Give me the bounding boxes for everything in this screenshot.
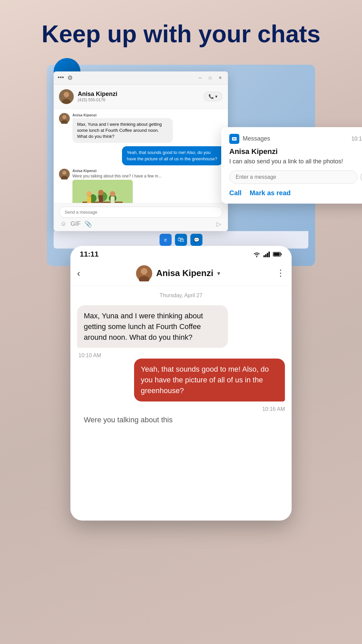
call-action[interactable]: Call	[229, 189, 242, 197]
avatar	[59, 89, 74, 104]
wifi-icon	[253, 251, 261, 257]
message-bubble-sent: Yeah, that sounds good to me! Also, do y…	[122, 146, 223, 165]
svg-point-25	[234, 138, 235, 139]
notification-input-row: ▷	[229, 170, 362, 184]
contact-dropdown-icon[interactable]: ▾	[217, 270, 220, 277]
svg-rect-28	[265, 254, 266, 257]
partial-message: Were you talking about this	[77, 412, 285, 424]
svg-point-26	[235, 138, 236, 139]
svg-rect-19	[99, 195, 103, 202]
svg-rect-29	[267, 253, 268, 257]
avatar-sm	[59, 113, 70, 124]
send-icon[interactable]: ▷	[217, 220, 221, 228]
phone-message-time-sent: 10:16 AM	[77, 406, 285, 412]
phone-nav-bar: ‹ Anisa Kipenzi ▾ ⋮	[70, 261, 292, 286]
notification-app-info: Messages	[229, 134, 270, 144]
message-sender: Anisa Kipenzi	[72, 169, 162, 173]
status-icons	[253, 251, 282, 257]
minimize-button[interactable]: ─	[196, 74, 204, 82]
message-sender: Anisa Kipenzi	[72, 113, 173, 117]
taskbar-edge-icon[interactable]: e	[160, 234, 172, 246]
message-content: Anisa Kipenzi Max, Yuna and I were think…	[72, 113, 173, 143]
phone-contact-info: Anisa Kipenzi ▾	[136, 265, 220, 281]
battery-icon	[273, 252, 282, 257]
ellipsis-icon: •••	[58, 74, 64, 82]
svg-rect-33	[281, 253, 282, 255]
phone-bubble-received: Max, Yuna and I were thinking about gett…	[77, 305, 228, 348]
phone-contact-name: Anisa Kipenzi	[156, 268, 213, 278]
svg-point-18	[98, 190, 104, 195]
list-item: Yeah, that sounds good to me! Also, do y…	[77, 359, 285, 412]
chat-input-area: ☺ GIF 📎 ▷	[54, 203, 228, 231]
attachment-icon[interactable]: 📎	[84, 220, 92, 228]
svg-rect-27	[263, 255, 265, 257]
contact-details: Anisa Kipenzi (415) 555-0176	[78, 91, 117, 102]
page-title: Keep up with your chats	[0, 0, 362, 58]
svg-rect-21	[111, 197, 115, 203]
svg-point-20	[110, 191, 115, 197]
chat-area: Anisa Kipenzi Max, Yuna and I were think…	[54, 109, 228, 203]
back-button[interactable]: ‹	[77, 268, 80, 279]
contact-header: Anisa Kipenzi (415) 555-0176 📞 ▾	[54, 85, 228, 109]
svg-rect-30	[268, 252, 270, 257]
desktop-messages-window: ••• ⚙ ─ □ ✕	[54, 71, 228, 231]
status-time: 11:11	[80, 250, 99, 259]
mark-as-read-action[interactable]: Mark as read	[250, 189, 291, 197]
message-preview-text: Were you talking about this one? I have …	[72, 174, 162, 178]
input-toolbar: ☺ GIF 📎 ▷	[59, 220, 223, 228]
close-button[interactable]: ✕	[217, 74, 224, 82]
table-row: Yeah, that sounds good to me! Also, do y…	[59, 146, 223, 165]
notification-sender: Anisa Kipenzi	[229, 147, 362, 156]
svg-rect-32	[274, 253, 280, 256]
svg-point-4	[62, 115, 66, 119]
contact-name: Anisa Kipenzi	[78, 91, 117, 98]
call-dropdown-arrow: ▾	[215, 94, 218, 99]
notification-send-button[interactable]: ▷	[361, 170, 362, 184]
window-titlebar: ••• ⚙ ─ □ ✕	[54, 71, 228, 85]
svg-point-7	[62, 171, 66, 175]
date-divider: Thursday, April 27	[77, 292, 285, 299]
signal-icon	[263, 251, 270, 257]
phone-message-time-received: 10:10 AM	[78, 353, 285, 359]
message-content-image: Anisa Kipenzi Were you talking about thi…	[72, 169, 162, 203]
phone-chat-area: Thursday, April 27 Max, Yuna and I were …	[70, 286, 292, 521]
notification-message: I can also send you a link to all the ph…	[229, 158, 362, 165]
more-options-button[interactable]: ⋮	[276, 268, 285, 278]
notification-reply-input[interactable]	[229, 170, 357, 184]
phone-mockup: 11:11	[70, 246, 292, 521]
phone-avatar	[136, 265, 152, 281]
table-row: Anisa Kipenzi Max, Yuna and I were think…	[59, 113, 223, 143]
phone-area: 11:11	[0, 246, 362, 534]
messages-app-icon	[229, 134, 239, 144]
background: Keep up with your chats ••• ⚙ ─ □ ✕	[0, 0, 362, 644]
gear-icon[interactable]: ⚙	[67, 74, 73, 82]
list-item: Max, Yuna and I were thinking about gett…	[77, 305, 285, 359]
call-button[interactable]: 📞 ▾	[203, 92, 223, 101]
table-row: Anisa Kipenzi Were you talking about thi…	[59, 169, 223, 203]
notification-time: 10:18 AM	[351, 136, 362, 142]
svg-point-24	[233, 138, 234, 139]
input-icons: ☺ GIF 📎	[60, 220, 92, 228]
taskbar-messages-icon[interactable]: 💬	[190, 234, 202, 246]
svg-rect-17	[87, 197, 91, 203]
maximize-button[interactable]: □	[206, 74, 214, 82]
contact-info: Anisa Kipenzi (415) 555-0176	[59, 89, 117, 104]
notification-header: Messages 10:18 AM	[229, 134, 362, 144]
notification-app-name: Messages	[243, 135, 270, 142]
notification-actions: Call Mark as read	[229, 189, 362, 197]
message-input[interactable]	[59, 207, 223, 218]
taskbar-store-icon[interactable]: 🛍	[175, 234, 187, 246]
monitor-background: ••• ⚙ ─ □ ✕	[47, 65, 315, 266]
message-bubble: Max, Yuna and I were thinking about gett…	[72, 118, 173, 143]
window-menu: ••• ⚙	[58, 74, 73, 82]
svg-point-16	[86, 191, 92, 197]
avatar-sm	[59, 169, 70, 179]
emoji-icon[interactable]: ☺	[60, 220, 66, 228]
svg-point-35	[141, 268, 147, 275]
phone-message-row-sent: Yeah, that sounds good to me! Also, do y…	[77, 359, 285, 401]
phone-bubble-sent: Yeah, that sounds good to me! Also, do y…	[134, 359, 285, 401]
gif-icon[interactable]: GIF	[70, 220, 80, 228]
contact-phone: (415) 555-0176	[78, 98, 117, 102]
desktop-area: ••• ⚙ ─ □ ✕	[0, 58, 362, 266]
phone-icon: 📞	[208, 94, 214, 99]
